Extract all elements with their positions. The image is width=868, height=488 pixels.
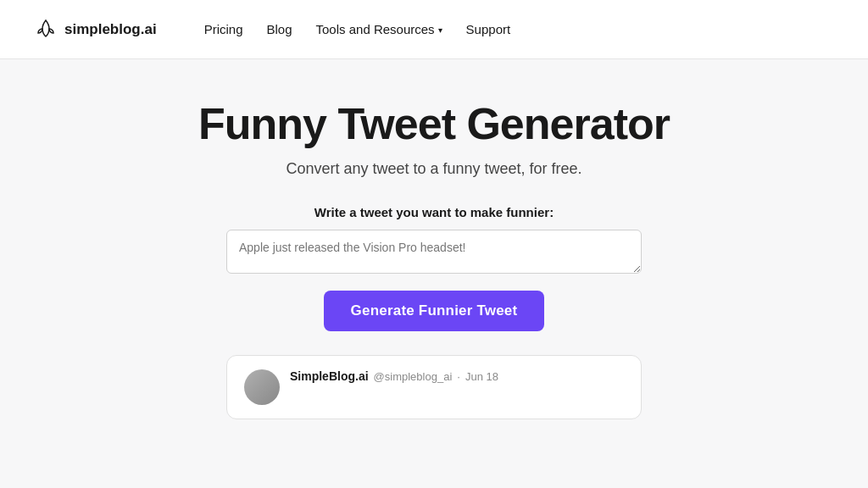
logo-text: simpleblog.ai: [64, 21, 157, 38]
tweet-meta: SimpleBlog.ai @simpleblog_ai · Jun 18: [290, 369, 498, 383]
avatar: [244, 369, 280, 405]
generate-button[interactable]: Generate Funnier Tweet: [324, 291, 545, 331]
navbar: simpleblog.ai Pricing Blog Tools and Res…: [0, 0, 868, 59]
main-content: Funny Tweet Generator Convert any tweet …: [0, 59, 868, 419]
logo-icon: [34, 18, 58, 42]
tweet-date-value: Jun 18: [465, 370, 498, 383]
logo-link[interactable]: simpleblog.ai: [34, 18, 157, 42]
nav-item-pricing[interactable]: Pricing: [204, 22, 243, 36]
tweet-author-name: SimpleBlog.ai: [290, 369, 369, 383]
tweet-input[interactable]: [226, 230, 642, 274]
nav-item-blog[interactable]: Blog: [267, 22, 292, 36]
tweet-author-row: SimpleBlog.ai @simpleblog_ai · Jun 18: [290, 369, 498, 383]
tweet-date: ·: [457, 370, 460, 383]
nav-links: Pricing Blog Tools and Resources ▾ Suppo…: [204, 22, 511, 37]
nav-item-support[interactable]: Support: [466, 22, 511, 36]
chevron-down-icon: ▾: [438, 25, 442, 35]
tweet-handle: @simpleblog_ai: [374, 370, 453, 383]
tweet-preview-card: SimpleBlog.ai @simpleblog_ai · Jun 18: [226, 355, 642, 419]
nav-item-tools-dropdown[interactable]: Tools and Resources ▾: [316, 22, 442, 36]
page-title: Funny Tweet Generator: [198, 100, 670, 148]
form-label: Write a tweet you want to make funnier:: [314, 205, 554, 219]
tweet-form: Write a tweet you want to make funnier: …: [214, 205, 654, 331]
hero-subtitle: Convert any tweet to a funny tweet, for …: [286, 160, 581, 178]
